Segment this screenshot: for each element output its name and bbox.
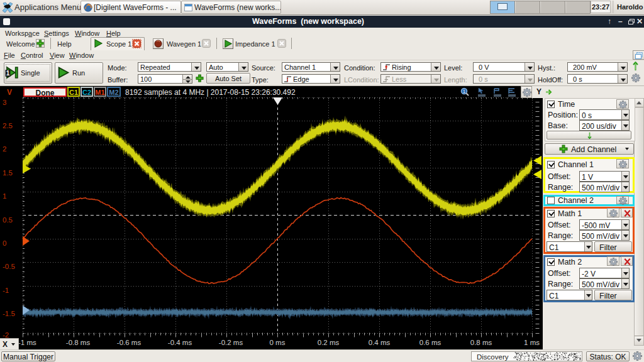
svg-text:0.6 ms: 0.6 ms — [419, 339, 441, 346]
svg-text:-0.6 ms: -0.6 ms — [117, 339, 142, 346]
svg-text:-0.5: -0.5 — [3, 263, 15, 270]
svg-text:0: 0 — [3, 239, 6, 247]
svg-text:-1: -1 — [3, 287, 9, 294]
svg-text:2: 2 — [3, 145, 6, 153]
svg-text:3: 3 — [3, 99, 6, 106]
svg-text:-0.2 ms: -0.2 ms — [219, 339, 243, 346]
svg-text:0.4 ms: 0.4 ms — [369, 339, 391, 346]
svg-text:-0.4 ms: -0.4 ms — [168, 339, 192, 346]
svg-text:1.5: 1.5 — [3, 169, 13, 177]
svg-text:1: 1 — [463, 89, 465, 94]
svg-text:2.5: 2.5 — [3, 122, 13, 129]
svg-text:1: 1 — [3, 192, 6, 200]
svg-text:-1 ms: -1 ms — [18, 339, 36, 346]
svg-text:0.5: 0.5 — [3, 216, 13, 224]
svg-text:0.8 ms: 0.8 ms — [470, 339, 492, 346]
svg-text:0.2 ms: 0.2 ms — [318, 339, 340, 346]
svg-text:1 ms: 1 ms — [524, 339, 540, 346]
svg-text:-0.8 ms: -0.8 ms — [66, 339, 91, 346]
svg-text:-1.5: -1.5 — [3, 310, 15, 317]
svg-text:1: 1 — [6, 70, 10, 77]
svg-text:0 ms: 0 ms — [270, 339, 286, 346]
